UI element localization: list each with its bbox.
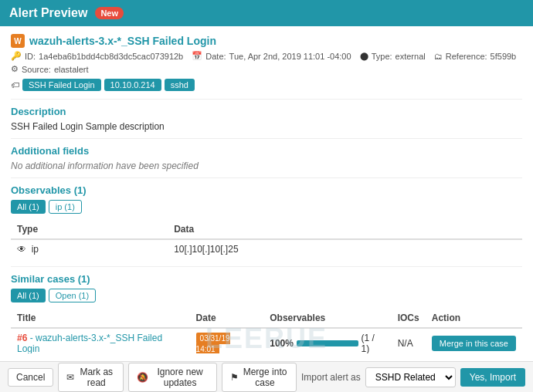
description-text: SSH Failed Login Sample description [11,121,522,132]
ignore-button[interactable]: 🔕 Ignore new updates [128,363,217,392]
similar-cases-table: Title Date Observables IOCs Action #6 - … [11,309,522,353]
observables-table: Type Data 👁 ip 10[.]10[.]10[.]25 [11,220,522,259]
divider-3 [11,177,522,178]
id-label: ID: [25,52,36,61]
similar-cases-filter-all[interactable]: All (1) [11,289,46,302]
tag-icon: 🏷 [11,80,19,90]
type-value: external [396,52,426,61]
col-iocs: IOCs [392,309,426,328]
alert-tags-row: 🏷 SSH Failed Login 10.10.0.214 sshd [11,79,522,91]
tag-ssh-failed-login: SSH Failed Login [22,79,101,91]
merge-icon: ⚑ [230,372,239,383]
new-badge: New [95,7,124,19]
id-icon: 🔑 [11,51,22,61]
source-value: elastalert [54,65,89,74]
similar-cases-filters: All (1) Open (1) [11,289,522,302]
eye-icon: 👁 [17,244,26,255]
mark-read-icon: ✉ [66,372,74,383]
col-title: Title [11,309,190,328]
col-observables: Observables [263,309,391,328]
observables-filter-all[interactable]: All (1) [11,200,46,214]
case-date-badge: 03/31/19 14:01 [196,333,230,353]
source-label: Source: [22,65,51,74]
observables-progress: 100% (1 / 1) [270,333,385,353]
cancel-button[interactable]: Cancel [8,368,53,387]
progress-bar [297,340,358,346]
divider-4 [11,266,522,267]
main-content: W wazuh-alerts-3.x-*_SSH Failed Login 🔑 … [0,26,533,353]
observable-data: 10[.]10[.]10[.]25 [168,239,522,259]
footer: Cancel ✉ Mark as read 🔕 Ignore new updat… [0,361,533,392]
observables-title: Observables (1) [11,184,522,196]
date-icon: 📅 [192,51,202,61]
table-row: #6 - wazuh-alerts-3.x-*_SSH Failed Login… [11,328,522,353]
case-title-link[interactable]: #6 - wazuh-alerts-3.x-*_SSH Failed Login [17,333,162,353]
mark-read-label: Mark as read [77,367,115,388]
divider-1 [11,99,522,100]
col-type: Type [11,220,168,239]
tag-sshd: sshd [165,79,195,91]
additional-fields-title: Additional fields [11,145,522,157]
similar-cases-title: Similar cases (1) [11,273,522,285]
alert-title: wazuh-alerts-3.x-*_SSH Failed Login [29,35,216,47]
import-label: Import alert as [301,372,361,383]
import-select[interactable]: SSHD Related General Network [365,367,456,387]
divider-2 [11,138,522,139]
reference-label: Reference: [446,52,487,61]
iocs-value: N/A [392,328,426,353]
cancel-label: Cancel [16,372,45,383]
col-data: Data [168,220,522,239]
date-value: Tue, Apr 2nd, 2019 11:01 -04:00 [229,52,351,61]
date-label: Date: [205,52,226,61]
yes-import-label: Yes, Import [470,372,516,383]
additional-fields-text: No additional information have been spec… [11,161,522,171]
observables-filters: All (1) ip (1) [11,200,522,214]
id-value: 1a4eba6b1bdd4cb8d3dc5cac073912b [39,52,183,61]
table-row: 👁 ip 10[.]10[.]10[.]25 [11,239,522,259]
observables-ratio: (1 / 1) [362,333,385,353]
tag-ip: 10.10.0.214 [104,79,161,91]
observables-pct: 100% [270,338,294,349]
merge-into-case-button[interactable]: ⚑ Merge into case [222,363,297,392]
alert-title-row: W wazuh-alerts-3.x-*_SSH Failed Login [11,34,522,48]
alert-meta: 🔑 ID: 1a4eba6b1bdd4cb8d3dc5cac073912b 📅 … [11,51,522,74]
observables-filter-ip[interactable]: ip (1) [49,200,82,214]
type-icon: ⬤ [360,52,368,60]
page-header: Alert Preview New [0,0,533,26]
source-icon: ⚙ [11,64,19,74]
yes-import-button[interactable]: Yes, Import [460,368,525,387]
alert-type-icon: W [11,34,25,48]
col-date: Date [190,309,264,328]
page-title: Alert Preview [9,6,87,20]
similar-cases-filter-open[interactable]: Open (1) [49,289,96,302]
ignore-label: Ignore new updates [151,367,209,388]
reference-icon: 🗂 [434,52,443,61]
type-label: Type: [372,52,392,61]
mark-read-button[interactable]: ✉ Mark as read [58,363,124,392]
reference-value: 5f599b [491,52,517,61]
merge-in-case-button[interactable]: Merge in this case [432,336,516,351]
ignore-icon: 🔕 [137,372,148,383]
description-section-title: Description [11,106,522,117]
merge-label: Merge into case [242,367,288,388]
col-action: Action [426,309,522,328]
